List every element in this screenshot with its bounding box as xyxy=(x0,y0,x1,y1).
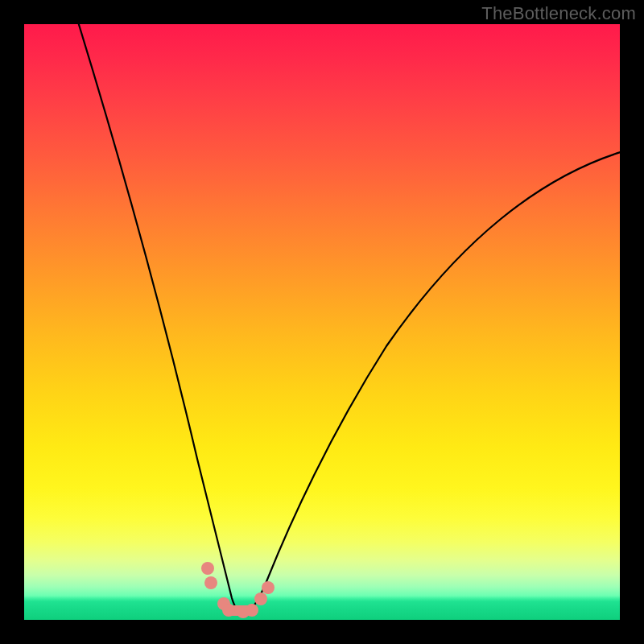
curve-layer xyxy=(24,24,620,620)
chart-frame: TheBottleneck.com xyxy=(0,0,644,644)
marker-dot xyxy=(201,562,214,575)
marker-dot xyxy=(246,604,258,617)
attribution-label: TheBottleneck.com xyxy=(481,3,636,24)
marker-dot xyxy=(204,576,217,589)
marker-dot xyxy=(222,604,235,617)
bottleneck-curve xyxy=(77,24,620,613)
marker-dot xyxy=(254,592,267,605)
plot-area xyxy=(24,24,620,620)
marker-dot xyxy=(262,581,275,594)
